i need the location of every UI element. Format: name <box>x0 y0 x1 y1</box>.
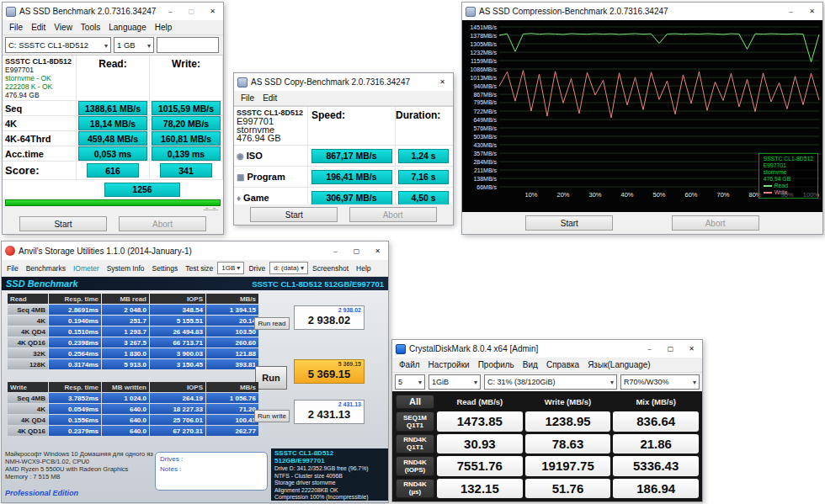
svg-text:1013MB/s: 1013MB/s <box>470 75 497 81</box>
menu-system-info[interactable]: System Info <box>104 263 148 273</box>
read-score-small: 2 938.02 <box>295 306 364 313</box>
run-button[interactable]: Run <box>255 366 287 390</box>
as-ssd-benchmark-window: AS SSD Benchmark 2.0.7316.34247 File Edi… <box>2 2 224 235</box>
svg-text:138MB/s: 138MB/s <box>473 176 497 182</box>
svg-text:576MB/s: 576MB/s <box>473 125 497 131</box>
maximize-icon[interactable] <box>181 3 202 20</box>
menu-file[interactable]: File <box>3 263 22 273</box>
write-column-header: Write (MB/s) <box>525 395 611 409</box>
size-select-value: 1 GB <box>117 40 136 50</box>
menu-help[interactable]: Help <box>353 263 374 273</box>
svg-text:722MB/s: 722MB/s <box>473 109 497 114</box>
drive-select[interactable]: C: SSSTC CL1-8D512 <box>5 37 111 53</box>
abort-button[interactable]: Abort <box>349 207 437 222</box>
menu-iometer[interactable]: IOmeter <box>70 263 103 273</box>
program-speed-value: 196,41 MB/s <box>311 170 392 184</box>
rnd4k-iops-button[interactable]: RND4K(IOPS) <box>396 456 434 476</box>
svg-text:1378MB/s: 1378MB/s <box>470 33 497 39</box>
drive-select[interactable]: d: (data) <box>269 262 308 274</box>
svg-text:940MB/s: 940MB/s <box>473 83 497 89</box>
menu-edit[interactable]: Edit <box>27 22 50 33</box>
menu-help[interactable]: Help <box>151 22 177 33</box>
abort-button[interactable]: Abort <box>672 215 759 231</box>
menu-file[interactable]: File <box>5 22 27 33</box>
titlebar[interactable]: AS SSD Benchmark 2.0.7316.34247 <box>3 3 223 20</box>
target-drive-select[interactable]: C: 31% (38/120GiB) <box>484 374 617 390</box>
test-size-select[interactable]: 1GiB <box>428 374 481 390</box>
table-row: 32K0.2564ms1 830.03 900.03121.88 <box>8 348 258 358</box>
size-select[interactable]: 1 GB <box>114 37 154 53</box>
svg-text:1159MB/s: 1159MB/s <box>471 58 497 64</box>
window-controls <box>325 241 388 260</box>
drives-notes-box[interactable]: Drives : Notes : <box>155 452 268 491</box>
menubar: File Edit View Tools Language Help <box>3 20 223 35</box>
rnd4k-q1t1-button[interactable]: RND4KQ1T1 <box>396 434 434 454</box>
menu-screenshot[interactable]: Screenshot <box>309 263 352 273</box>
mix-ratio-select[interactable]: R70%/W30% <box>620 374 700 390</box>
start-button[interactable]: Start <box>250 207 338 222</box>
titlebar[interactable]: AS SSD Copy-Benchmark 2.0.7316.34247 <box>234 73 453 91</box>
menu-tools[interactable]: Tools <box>77 22 104 33</box>
memory-info: Memory : 7 515 MB <box>5 473 153 480</box>
close-icon[interactable] <box>801 3 822 20</box>
run-write-button[interactable]: Run write <box>254 410 290 422</box>
menu-benchmarks[interactable]: Benchmarks <box>23 263 69 273</box>
titlebar[interactable]: Anvil's Storage Utilities 1.1.0 (2014-Ja… <box>2 241 388 260</box>
write-results-table: Write Resp. time MB written IOPS MB/s Se… <box>7 381 259 437</box>
menu-view[interactable]: View <box>50 22 77 33</box>
drive-value: d: (data) <box>274 264 299 272</box>
menu-help[interactable]: Справка <box>542 359 583 370</box>
seq1m-q1t1-button[interactable]: SEQ1MQ1T1 <box>396 411 434 432</box>
menu-edit[interactable]: Edit <box>258 93 281 103</box>
rnd4k-latency-button[interactable]: RND4K(µs) <box>396 479 434 499</box>
table-row: Seq 4MB3.7852ms1 024.0264.191 056.76 <box>8 393 258 403</box>
maximize-icon[interactable] <box>346 241 367 260</box>
start-button[interactable]: Start <box>19 216 107 231</box>
chevron-down-icon <box>147 40 151 50</box>
total-score-value: 5 369.15 <box>295 367 364 383</box>
drive-capacity: 476.94 GB <box>237 134 305 142</box>
menubar: File Edit <box>234 91 453 106</box>
minimize-icon[interactable] <box>325 241 346 260</box>
notes-label: Notes : <box>160 464 263 475</box>
start-button[interactable]: Start <box>525 215 613 231</box>
minimize-icon[interactable] <box>780 3 801 20</box>
close-icon[interactable] <box>681 340 702 358</box>
minimize-icon[interactable] <box>160 3 181 20</box>
drives-label: Drives : <box>160 454 263 464</box>
titlebar[interactable]: CrystalDiskMark 8.0.4 x64 [Admin] <box>392 340 702 358</box>
close-icon[interactable] <box>432 73 453 91</box>
abort-button[interactable]: Abort <box>119 216 206 231</box>
menu-settings[interactable]: Settings <box>149 263 182 273</box>
game-icon <box>237 194 241 203</box>
all-test-button[interactable]: All <box>396 395 434 409</box>
menu-language[interactable]: Language <box>104 22 151 33</box>
drive-firmware: E997701 <box>5 66 73 74</box>
menu-file[interactable]: File <box>237 93 258 103</box>
write-column-header: Write: <box>150 56 223 100</box>
close-icon[interactable] <box>367 241 388 260</box>
titlebar[interactable]: AS SSD Compression-Benchmark 2.0.7316.34… <box>462 3 822 20</box>
minimize-icon[interactable] <box>639 340 660 358</box>
menu-language[interactable]: Язык(Language) <box>583 359 655 370</box>
test-count-select[interactable]: 5 <box>395 374 425 390</box>
menu-settings[interactable]: Настройки <box>424 359 474 370</box>
menu-view[interactable]: Вид <box>519 359 542 370</box>
4k64-read-value: 459,48 MB/s <box>78 131 147 146</box>
total-score-small: 5 369.15 <box>295 360 364 367</box>
menu-file[interactable]: Файл <box>395 359 424 370</box>
table-row: 4K QD160.2379ms640.067 270.31262.77 <box>8 426 258 436</box>
maximize-icon[interactable] <box>660 340 681 358</box>
run-read-button[interactable]: Run read <box>254 317 290 330</box>
custom-size-input[interactable] <box>157 37 219 53</box>
settings-row: 5 1GiB C: 31% (38/120GiB) R70%/W30% <box>392 373 702 391</box>
cpu-info: AMD Ryzen 5 5500U with Radeon Graphics <box>5 465 153 473</box>
row-label-4k: 4K <box>3 116 77 130</box>
close-icon[interactable] <box>202 3 223 20</box>
test-size-select[interactable]: 1GB <box>217 262 244 274</box>
window-title: AS SSD Benchmark 2.0.7316.34247 <box>16 7 160 16</box>
test-size-label: Test size <box>182 263 216 273</box>
iso-duration-value: 1,24 s <box>398 149 449 163</box>
menu-profile[interactable]: Профиль <box>474 359 519 370</box>
seq1m-read-value: 1473.85 <box>437 411 523 432</box>
